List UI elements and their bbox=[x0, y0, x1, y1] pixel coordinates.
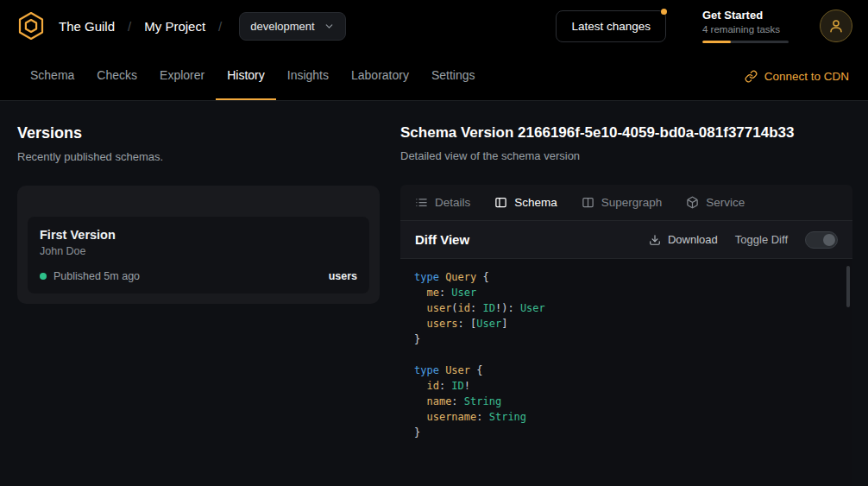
breadcrumb-separator: / bbox=[128, 19, 131, 34]
connect-cdn-label: Connect to CDN bbox=[764, 70, 849, 83]
detail-tab-schema[interactable]: Schema bbox=[494, 196, 557, 209]
tab-laboratory[interactable]: Laboratory bbox=[340, 52, 420, 100]
tab-schema[interactable]: Schema bbox=[19, 52, 85, 100]
version-author: John Doe bbox=[40, 245, 357, 257]
versions-subtitle: Recently published schemas. bbox=[17, 150, 380, 163]
get-started-progress bbox=[702, 41, 789, 43]
schema-icon bbox=[494, 196, 507, 209]
download-label: Download bbox=[668, 233, 718, 246]
detail-tab-details[interactable]: Details bbox=[415, 196, 470, 209]
version-service-badge: users bbox=[329, 270, 357, 282]
supergraph-icon bbox=[582, 196, 594, 209]
breadcrumb-org[interactable]: The Guild bbox=[59, 19, 115, 34]
latest-changes-label: Latest changes bbox=[571, 20, 651, 33]
schema-version-subtitle: Detailed view of the schema version bbox=[400, 149, 852, 162]
code-block: type Query { me: User user(id: ID!): Use… bbox=[414, 269, 839, 440]
schema-code-viewer[interactable]: type Query { me: User user(id: ID!): Use… bbox=[400, 259, 852, 486]
diff-view-title: Diff View bbox=[415, 232, 469, 247]
target-select[interactable]: development bbox=[239, 12, 345, 41]
notification-dot bbox=[661, 9, 667, 15]
detail-tab-label: Supergraph bbox=[601, 196, 663, 209]
code-scrollbar[interactable] bbox=[846, 266, 850, 478]
breadcrumb-separator: / bbox=[218, 19, 222, 34]
list-icon bbox=[415, 196, 428, 209]
versions-panel: Versions Recently published schemas. Fir… bbox=[0, 101, 400, 486]
tab-explorer[interactable]: Explorer bbox=[148, 52, 216, 100]
link-icon bbox=[745, 70, 758, 83]
get-started-widget[interactable]: Get Started 4 remaining tasks bbox=[702, 9, 789, 43]
version-detail-panel: Schema Version 2166196f-5e10-4059-bd0a-0… bbox=[400, 101, 868, 486]
tab-insights[interactable]: Insights bbox=[276, 52, 340, 100]
detail-tab-label: Schema bbox=[514, 196, 557, 209]
breadcrumb-project[interactable]: My Project bbox=[144, 19, 205, 34]
get-started-title: Get Started bbox=[702, 9, 789, 22]
detail-tab-label: Details bbox=[435, 196, 470, 209]
version-list-item[interactable]: First Version John Doe Published 5m ago … bbox=[28, 217, 369, 293]
diff-actions: Download Toggle Diff bbox=[649, 231, 838, 249]
latest-changes-button[interactable]: Latest changes bbox=[556, 10, 666, 42]
detail-tab-service[interactable]: Service bbox=[686, 196, 745, 209]
schema-version-title: Schema Version 2166196f-5e10-4059-bd0a-0… bbox=[400, 124, 852, 142]
breadcrumb: The Guild / My Project / bbox=[59, 19, 222, 34]
detail-tabs: DetailsSchemaSupergraphService bbox=[400, 185, 852, 221]
version-name: First Version bbox=[40, 228, 357, 242]
diff-toggle-switch[interactable] bbox=[805, 231, 838, 249]
top-header: The Guild / My Project / development Lat… bbox=[0, 0, 868, 52]
avatar[interactable] bbox=[820, 9, 852, 42]
versions-title: Versions bbox=[17, 124, 380, 142]
tab-settings[interactable]: Settings bbox=[420, 52, 487, 100]
hive-logo-icon[interactable] bbox=[16, 10, 47, 41]
primary-tabs: SchemaChecksExplorerHistoryInsightsLabor… bbox=[19, 52, 487, 100]
detail-tab-supergraph[interactable]: Supergraph bbox=[582, 196, 663, 209]
toggle-diff-label: Toggle Diff bbox=[735, 233, 788, 246]
diff-view-header: Diff View Download Toggle Diff bbox=[400, 221, 852, 259]
service-icon bbox=[686, 196, 699, 209]
download-button[interactable]: Download bbox=[649, 233, 718, 246]
published-status-dot bbox=[40, 273, 47, 280]
user-icon bbox=[828, 18, 844, 34]
primary-nav: SchemaChecksExplorerHistoryInsightsLabor… bbox=[0, 52, 868, 101]
scrollbar-thumb[interactable] bbox=[846, 266, 850, 307]
toggle-knob bbox=[823, 234, 835, 246]
tab-history[interactable]: History bbox=[216, 52, 276, 100]
get-started-progress-fill bbox=[702, 41, 731, 43]
connect-cdn-button[interactable]: Connect to CDN bbox=[745, 52, 849, 100]
get-started-subtitle: 4 remaining tasks bbox=[702, 24, 789, 35]
download-icon bbox=[649, 234, 661, 246]
version-status: Published 5m ago bbox=[53, 270, 140, 282]
target-select-value: development bbox=[250, 20, 314, 33]
chevron-down-icon bbox=[324, 21, 335, 32]
version-meta-row: Published 5m ago users bbox=[40, 270, 357, 282]
versions-card: First Version John Doe Published 5m ago … bbox=[17, 186, 380, 304]
detail-tab-label: Service bbox=[706, 196, 745, 209]
schema-panel: DetailsSchemaSupergraphService Diff View… bbox=[400, 185, 852, 486]
tab-checks[interactable]: Checks bbox=[85, 52, 148, 100]
main-content: Versions Recently published schemas. Fir… bbox=[0, 101, 868, 486]
